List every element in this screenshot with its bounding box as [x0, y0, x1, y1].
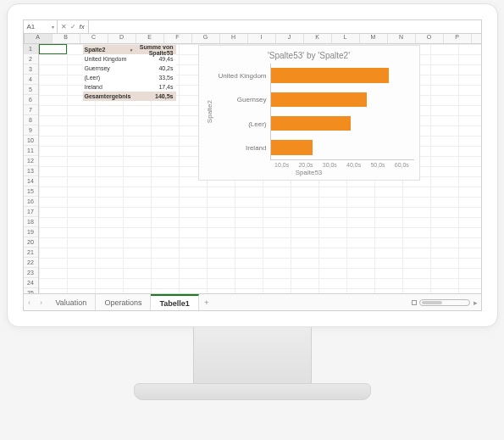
monitor-stand-base	[134, 383, 371, 400]
x-tick: 50,0s	[366, 162, 390, 168]
pivot-total-row: Gesamtergebnis 140,5s	[83, 92, 176, 101]
row-header-22[interactable]: 22	[24, 258, 38, 268]
bar-row	[271, 112, 414, 136]
row-header-20[interactable]: 20	[24, 237, 38, 248]
row-header-14[interactable]: 14	[24, 176, 38, 187]
pivot-row-label: Guernsey	[83, 65, 137, 71]
row-header-9[interactable]: 9	[24, 125, 38, 136]
row-header-17[interactable]: 17	[24, 207, 38, 217]
formula-bar: A1 ✕ ✓ fx	[24, 20, 481, 34]
sheet-tab[interactable]: Valuation	[47, 294, 97, 310]
row-header-4[interactable]: 4	[24, 75, 38, 85]
pivot-table[interactable]: Spalte2 ▼ Summe von Spalte53 United King…	[83, 45, 176, 101]
row-header-24[interactable]: 24	[24, 278, 38, 288]
fx-icon[interactable]: fx	[80, 23, 85, 31]
col-header-G[interactable]: G	[192, 34, 220, 43]
col-header-J[interactable]: J	[276, 34, 304, 43]
column-headers: ABCDEFGHIJKLMNOPQ	[24, 34, 481, 44]
y-axis-label-wrap: Spalte2	[204, 64, 216, 160]
monitor-bezel: A1 ✕ ✓ fx ABCDEFGHIJKLMNOPQ 123456789101…	[7, 3, 498, 327]
col-header-C[interactable]: C	[80, 34, 108, 43]
grid-area: 1234567891011121314151617181920212223242…	[24, 44, 481, 293]
pivot-row-label: Ireland	[83, 84, 137, 90]
y-category: (Leer)	[216, 112, 270, 136]
hscroll-left-icon[interactable]	[412, 300, 417, 305]
bar-row	[271, 136, 414, 159]
pivot-header-row: Spalte2 ▼ Summe von Spalte53	[83, 45, 176, 54]
col-header-Q[interactable]: Q	[472, 34, 482, 43]
pivot-row-value: 40,2s	[137, 65, 176, 71]
hscroll-right-icon[interactable]: ▸	[474, 298, 478, 307]
pivot-row[interactable]: (Leer)33,5s	[83, 73, 176, 82]
pivot-row-value: 17,4s	[137, 84, 176, 90]
row-header-3[interactable]: 3	[24, 64, 38, 75]
bar	[271, 68, 389, 83]
col-header-O[interactable]: O	[416, 34, 444, 43]
row-headers: 1234567891011121314151617181920212223242…	[24, 44, 39, 293]
row-header-18[interactable]: 18	[24, 217, 38, 227]
confirm-icon[interactable]: ✓	[70, 23, 76, 31]
col-header-N[interactable]: N	[388, 34, 416, 43]
sheet-tab[interactable]: Tabelle1	[151, 294, 198, 310]
horizontal-scrollbar[interactable]	[419, 299, 470, 306]
bar-row	[271, 87, 414, 111]
add-sheet-button[interactable]: +	[199, 298, 214, 307]
row-header-23[interactable]: 23	[24, 268, 38, 278]
col-header-F[interactable]: F	[164, 34, 192, 43]
pivot-row-value: 33,5s	[137, 75, 176, 81]
col-header-I[interactable]: I	[248, 34, 276, 43]
monitor-frame: A1 ✕ ✓ fx ABCDEFGHIJKLMNOPQ 123456789101…	[7, 3, 498, 400]
row-header-8[interactable]: 8	[24, 115, 38, 125]
row-header-11[interactable]: 11	[24, 146, 38, 156]
col-header-P[interactable]: P	[444, 34, 472, 43]
row-header-7[interactable]: 7	[24, 105, 38, 115]
x-tick: 40,0s	[341, 162, 365, 168]
dropdown-icon[interactable]: ▼	[130, 47, 134, 53]
tab-nav-next[interactable]: ›	[36, 298, 47, 307]
row-header-21[interactable]: 21	[24, 248, 38, 258]
col-header-H[interactable]: H	[220, 34, 248, 43]
pivot-row[interactable]: Ireland17,4s	[83, 82, 176, 92]
pivot-total-label: Gesamtergebnis	[83, 93, 137, 99]
x-tick: 60,0s	[390, 162, 413, 168]
row-header-19[interactable]: 19	[24, 227, 38, 237]
chart[interactable]: 'Spalte53' by 'Spalte2' Spalte2 United K…	[198, 45, 420, 181]
x-axis-ticks: 10,0s20,0s30,0s40,0s50,0s60,0s	[270, 162, 414, 168]
cells[interactable]: Spalte2 ▼ Summe von Spalte53 United King…	[39, 44, 481, 293]
pivot-header-col1[interactable]: Spalte2 ▼	[83, 47, 137, 53]
bar	[271, 116, 351, 131]
pivot-header-col1-label: Spalte2	[85, 47, 106, 53]
bar	[271, 140, 313, 155]
chart-title: 'Spalte53' by 'Spalte2'	[204, 51, 414, 60]
cancel-icon[interactable]: ✕	[61, 23, 67, 31]
name-box[interactable]: A1	[24, 20, 58, 33]
row-header-10[interactable]: 10	[24, 136, 38, 146]
formula-input[interactable]	[89, 20, 481, 33]
cell-reference: A1	[27, 23, 36, 31]
tab-nav-prev[interactable]: ‹	[24, 298, 36, 307]
sheet-tab[interactable]: Operations	[96, 294, 151, 310]
pivot-row[interactable]: United Kingdom49,4s	[83, 54, 176, 64]
row-header-15[interactable]: 15	[24, 187, 38, 197]
col-header-K[interactable]: K	[304, 34, 332, 43]
chart-bars	[270, 64, 414, 160]
col-header-M[interactable]: M	[360, 34, 388, 43]
y-category: Ireland	[216, 136, 270, 161]
col-header-A[interactable]: A	[25, 34, 53, 43]
row-header-2[interactable]: 2	[24, 54, 38, 64]
col-header-B[interactable]: B	[53, 34, 80, 43]
col-header-L[interactable]: L	[332, 34, 360, 43]
y-category: United Kingdom	[216, 64, 270, 88]
row-header-1[interactable]: 1	[24, 44, 38, 54]
row-header-12[interactable]: 12	[24, 156, 38, 166]
row-header-13[interactable]: 13	[24, 166, 38, 176]
bar	[271, 92, 367, 108]
row-header-25[interactable]: 25	[24, 288, 38, 293]
col-header-E[interactable]: E	[136, 34, 164, 43]
row-header-6[interactable]: 6	[24, 95, 38, 105]
row-header-16[interactable]: 16	[24, 197, 38, 207]
col-header-D[interactable]: D	[108, 34, 136, 43]
row-header-5[interactable]: 5	[24, 85, 38, 95]
monitor-stand-neck	[193, 327, 312, 383]
pivot-row[interactable]: Guernsey40,2s	[83, 64, 176, 73]
